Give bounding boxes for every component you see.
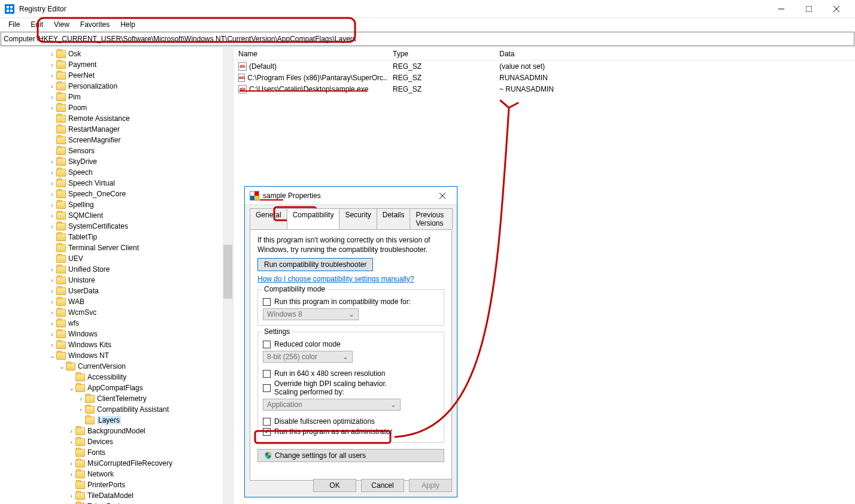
expand-icon[interactable]: › [48,266,56,273]
tree-item-payment[interactable]: ›Payment [0,59,233,70]
tree-item-poom[interactable]: ›Poom [0,102,233,113]
tree-item-spelling[interactable]: ›Spelling [0,199,233,210]
tree-item-sensors[interactable]: Sensors [0,145,233,156]
tree-item-speech-onecore[interactable]: ›Speech_OneCore [0,189,233,199]
expand-icon[interactable]: › [77,395,85,402]
registry-value-row[interactable]: abC:\Program Files (x86)\Pantaray\SuperO… [234,72,855,83]
tree-item-unistore[interactable]: ›Unistore [0,275,233,286]
tree-item-sqmclient[interactable]: ›SQMClient [0,210,233,221]
expand-icon[interactable]: › [67,427,75,435]
expand-icon[interactable]: › [48,309,56,316]
registry-value-row[interactable]: ab(Default)REG_SZ(value not set) [234,60,855,72]
run-as-admin-checkbox[interactable] [263,428,271,436]
expand-icon[interactable]: › [48,223,56,230]
tree-item-windows-nt[interactable]: ⌄Windows NT [0,350,233,361]
expand-icon[interactable]: › [48,61,56,68]
expand-icon[interactable]: › [48,50,56,57]
res640-checkbox[interactable] [263,370,271,378]
tab-previous-versions[interactable]: Previous Versions [410,208,453,229]
tree-item-tiledatamodel[interactable]: ›TileDataModel [0,490,233,501]
minimize-button[interactable] [768,0,795,18]
run-troubleshooter-button[interactable]: Run compatibility troubleshooter [257,258,373,271]
collapse-icon[interactable]: ⌄ [67,384,75,392]
collapse-icon[interactable]: ⌄ [57,363,66,371]
tree-item-appcompatflags[interactable]: ⌄AppCompatFlags [0,382,233,393]
tree-item-devices[interactable]: ›Devices [0,436,233,447]
dialog-title-bar[interactable]: sample Properties [245,187,457,205]
expand-icon[interactable]: › [48,330,56,338]
tab-security[interactable]: Security [339,208,377,229]
compat-mode-checkbox[interactable] [263,298,271,306]
tree-item-screenmagnifier[interactable]: ScreenMagnifier [0,135,233,145]
expand-icon[interactable]: › [48,93,56,101]
expand-icon[interactable]: › [48,320,56,327]
tree-item-tablettip[interactable]: TabletTip [0,232,233,242]
expand-icon[interactable]: › [48,190,56,198]
expand-icon[interactable]: › [48,298,56,305]
ok-button[interactable]: OK [313,479,356,492]
close-button[interactable] [823,0,850,18]
dialog-close-button[interactable] [430,187,454,204]
tree-item-userdata[interactable]: ›UserData [0,286,233,296]
tree-item-restartmanager[interactable]: RestartManager [0,124,233,135]
menu-help[interactable]: Help [116,19,140,30]
expand-icon[interactable]: › [48,212,56,219]
tree-item-skydrive[interactable]: ›SkyDrive [0,156,233,167]
tree-item-osk[interactable]: ›Osk [0,48,233,59]
tree-item-personalization[interactable]: ›Personalization [0,81,233,92]
menu-file[interactable]: File [4,19,25,30]
tree-item-currentversion[interactable]: ⌄CurrentVersion [0,361,233,372]
tree-item-windows[interactable]: ›Windows [0,329,233,339]
expand-icon[interactable]: › [48,158,56,165]
compat-help-link[interactable]: How do I choose compatibility settings m… [257,275,414,283]
tree-scrollbar[interactable] [223,47,233,504]
tree-item-systemcertificates[interactable]: ›SystemCertificates [0,221,233,232]
collapse-icon[interactable]: ⌄ [48,352,56,360]
tab-compatibility[interactable]: Compatibility [287,208,340,229]
tree-item-unified-store[interactable]: ›Unified Store [0,264,233,275]
tree-item-accessibility[interactable]: Accessibility [0,372,233,382]
change-all-users-button[interactable]: Change settings for all users [257,449,444,462]
tree-item-clienttelemetry[interactable]: ›ClientTelemetry [0,393,233,404]
tree-item-speech[interactable]: ›Speech [0,167,233,178]
dpi-override-checkbox[interactable] [263,384,271,392]
expand-icon[interactable]: › [48,72,56,79]
expand-icon[interactable]: › [48,180,56,187]
tab-details[interactable]: Details [377,208,411,229]
tree-item-pim[interactable]: ›Pim [0,92,233,102]
expand-icon[interactable]: › [67,460,75,467]
cancel-button[interactable]: Cancel [361,479,404,492]
tree-item-terminal-server-client[interactable]: Terminal Server Client [0,242,233,253]
tree-item-msicorruptedfilerecovery[interactable]: ›MsiCorruptedFileRecovery [0,458,233,469]
tree-item-printerports[interactable]: PrinterPorts [0,479,233,490]
registry-value-row[interactable]: abC:\Users\Catalin\Desktop\sample.exeREG… [234,83,855,95]
expand-icon[interactable]: › [48,277,56,284]
expand-icon[interactable]: › [48,104,56,111]
expand-icon[interactable]: › [77,406,85,413]
expand-icon[interactable]: › [67,438,75,445]
disable-fullscreen-checkbox[interactable] [263,418,271,426]
tree-item-windows-kits[interactable]: ›Windows Kits [0,339,233,350]
tree-item-wcmsvc[interactable]: ›WcmSvc [0,307,233,318]
menu-favorites[interactable]: Favorites [75,19,114,30]
tree-item-network[interactable]: ›Network [0,469,233,479]
col-header-type[interactable]: Type [388,47,495,60]
expand-icon[interactable]: › [67,470,75,478]
address-bar[interactable]: Computer \HKEY_CURRENT_USER\Software\Mic… [1,32,854,46]
expand-icon[interactable]: › [48,287,56,294]
menu-edit[interactable]: Edit [26,19,48,30]
maximize-button[interactable] [795,0,823,18]
reduced-color-checkbox[interactable] [263,341,271,348]
compat-mode-combo[interactable]: Windows 8⌄ [263,308,359,320]
menu-view[interactable]: View [49,19,74,30]
apply-button[interactable]: Apply [409,479,452,492]
tree-item-backgroundmodel[interactable]: ›BackgroundModel [0,426,233,436]
expand-icon[interactable]: › [48,341,56,348]
tree-item-speech-virtual[interactable]: ›Speech Virtual [0,178,233,189]
expand-icon[interactable]: › [48,169,56,176]
tree-item-remote-assistance[interactable]: Remote Assistance [0,113,233,124]
tree-item-fonts[interactable]: Fonts [0,447,233,458]
tree-item-wfs[interactable]: ›wfs [0,318,233,329]
expand-icon[interactable]: › [67,492,75,499]
tab-general[interactable]: General [250,208,287,229]
